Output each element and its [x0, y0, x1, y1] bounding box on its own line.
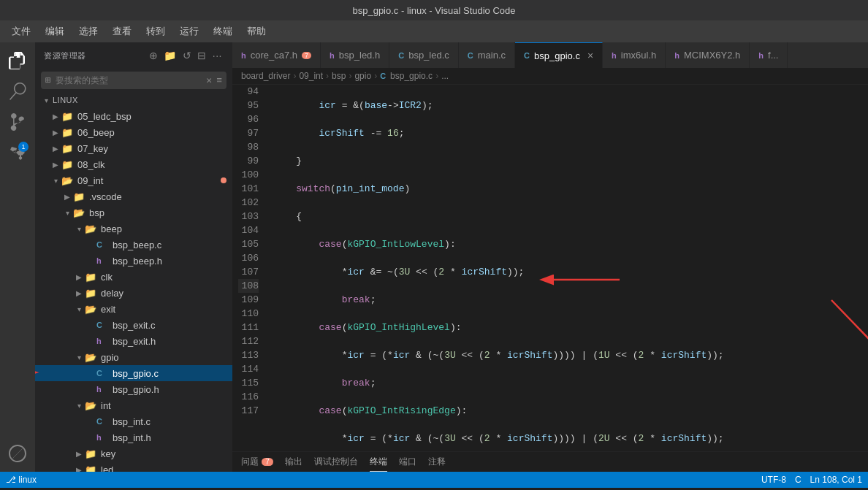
status-branch[interactable]: ⎇ linux [6, 475, 37, 485]
tree-label: bsp_gpio.c [113, 368, 232, 379]
code-line: } [273, 154, 868, 168]
tab-bsp_led_c[interactable]: C bsp_led.c [389, 42, 459, 68]
menu-run[interactable]: 运行 [174, 22, 205, 41]
arrow-icon: ▶ [73, 450, 85, 458]
extensions-icon[interactable] [5, 140, 30, 165]
tree-item-exit[interactable]: ▾ 📂 exit [35, 301, 232, 317]
arrow-icon: ▶ [50, 145, 61, 153]
panel-tab-port[interactable]: 端口 [399, 453, 416, 471]
ellipsis-icon[interactable]: ··· [211, 48, 224, 63]
tab-imx6ul_h[interactable]: h imx6ul.h [603, 42, 666, 68]
code-line: case(kGPIO_IntHighLevel): [273, 321, 868, 334]
status-position[interactable]: Ln 108, Col 1 [810, 475, 862, 485]
search-box-icon: ⊞ [45, 74, 51, 86]
tree-item-bsp_beep_h[interactable]: ▶ h bsp_beep.h [35, 253, 232, 269]
source-control-icon[interactable] [5, 110, 30, 134]
tree-item-09_int[interactable]: ▾ 📂 09_int [35, 172, 232, 188]
breadcrumb-more[interactable]: ... [441, 71, 449, 81]
tree-item-clk[interactable]: ▶ 📁 clk [35, 269, 232, 285]
remote-icon[interactable] [5, 441, 30, 466]
menu-goto[interactable]: 转到 [140, 22, 171, 41]
tree-item-bsp_int_c[interactable]: ▶ C bsp_int.c [35, 413, 232, 429]
arrow-icon: ▾ [73, 353, 85, 361]
tree-item-07_key[interactable]: ▶ 📁 07_key [35, 140, 232, 156]
tree-item-int[interactable]: ▾ 📂 int [35, 397, 232, 413]
line-num: 107 [238, 265, 259, 279]
tree-item-bsp_int_h[interactable]: ▶ h bsp_int.h [35, 429, 232, 445]
tree-item-bsp_beep_c[interactable]: ▶ C bsp_beep.c [35, 237, 232, 253]
new-file-icon[interactable]: ⊕ [148, 48, 160, 63]
tab-icon: C [468, 51, 473, 60]
tab-icon: C [524, 51, 530, 60]
breadcrumb-gpio[interactable]: gpio [354, 71, 371, 81]
collapse-icon[interactable]: ⊟ [196, 48, 208, 63]
folder-icon: 📁 [61, 143, 75, 154]
menu-terminal[interactable]: 终端 [208, 22, 238, 41]
line-num: 110 [238, 307, 259, 321]
menu-view[interactable]: 查看 [107, 22, 137, 41]
tree-item-beep[interactable]: ▾ 📂 beep [35, 221, 232, 237]
tab-label: core_ca7.h [251, 50, 297, 61]
sidebar-header: 资源管理器 ⊕ 📁 ↺ ⊟ ··· [35, 42, 232, 69]
tree-item-key[interactable]: ▶ 📁 key [35, 445, 232, 462]
arrow-icon: ▾ [73, 402, 85, 410]
tab-core_ca7_h[interactable]: h core_ca7.h 7 [232, 42, 321, 68]
menu-edit[interactable]: 编辑 [39, 22, 70, 41]
status-encoding[interactable]: UTF-8 [761, 475, 786, 485]
breadcrumb-bsp_gpio_c[interactable]: bsp_gpio.c [390, 71, 433, 81]
tree-item-bsp_exit_h[interactable]: ▶ h bsp_exit.h [35, 333, 232, 349]
explorer-icon[interactable] [5, 48, 30, 73]
tree-item-05_ledc_bsp[interactable]: ▶ 📁 05_ledc_bsp [35, 108, 232, 124]
panel-tab-debug[interactable]: 调试控制台 [314, 453, 358, 471]
panel-tab-comments[interactable]: 注释 [428, 453, 446, 471]
h-file-icon: h [96, 385, 110, 394]
code-line: break; [273, 376, 868, 390]
menu-help[interactable]: 帮助 [241, 22, 272, 41]
menu-select[interactable]: 选择 [73, 22, 104, 41]
search-activity-icon[interactable] [5, 79, 30, 104]
search-clear-icon[interactable]: ✕ [206, 74, 212, 86]
code-editor[interactable]: 94 95 96 97 98 99 100 101 102 103 104 10… [232, 85, 868, 451]
tab-mcimx6y2_h[interactable]: h MCIMX6Y2.h [666, 42, 750, 68]
h-file-icon: h [96, 256, 110, 265]
panel-tab-label: 调试控制台 [314, 456, 358, 468]
tree-item-bsp[interactable]: ▾ 📂 bsp [35, 204, 232, 221]
tree-item-bsp_exit_c[interactable]: ▶ C bsp_exit.c [35, 317, 232, 333]
arrow-icon: ▶ [50, 112, 61, 120]
tree-label: delay [101, 288, 232, 299]
tab-bsp_gpio_c[interactable]: C bsp_gpio.c × [515, 42, 603, 68]
new-folder-icon[interactable]: 📁 [162, 48, 178, 63]
panel-tab-output[interactable]: 输出 [285, 453, 302, 471]
panel-tab-problems[interactable]: 问题 7 [241, 453, 273, 471]
breadcrumb-09_int[interactable]: 09_int [299, 71, 323, 81]
tree-label: 05_ledc_bsp [77, 111, 232, 122]
tree-item-06_beep[interactable]: ▶ 📁 06_beep [35, 124, 232, 140]
status-language[interactable]: C [795, 475, 802, 485]
code-lines: icr = &(base->ICR2); icrShift -= 16; } s… [267, 85, 868, 451]
tree-item-vscode[interactable]: ▶ 📁 .vscode [35, 188, 232, 204]
tree-item-delay[interactable]: ▶ 📁 delay [35, 285, 232, 301]
tree-root-linux[interactable]: ▾ LINUX [35, 92, 232, 108]
sep: › [435, 71, 438, 81]
tree-item-gpio[interactable]: ▾ 📂 gpio [35, 349, 232, 365]
menu-file[interactable]: 文件 [6, 22, 37, 41]
tree-item-bsp_gpio_h[interactable]: ▶ h bsp_gpio.h [35, 381, 232, 397]
breadcrumb-bsp[interactable]: bsp [332, 71, 346, 81]
breadcrumb-board_driver[interactable]: board_driver [241, 71, 290, 81]
tree-label: int [101, 400, 232, 411]
search-filter-icon[interactable]: ≡ [216, 75, 222, 86]
search-input[interactable] [56, 75, 202, 85]
tree-item-bsp_gpio_c[interactable]: ▶ C bsp_gpio.c [35, 365, 232, 381]
sep: › [349, 71, 351, 81]
tab-close-icon[interactable]: × [587, 50, 593, 61]
tree-item-08_clk[interactable]: ▶ 📁 08_clk [35, 156, 232, 172]
tree-item-led[interactable]: ▶ 📁 led [35, 462, 232, 472]
tree-label: exit [101, 304, 232, 315]
panel-tab-terminal[interactable]: 终端 [370, 453, 387, 472]
tab-fs[interactable]: h f... [750, 42, 788, 68]
tab-icon: h [674, 51, 679, 60]
refresh-icon[interactable]: ↺ [181, 48, 194, 63]
tab-bsp_led_h[interactable]: h bsp_led.h [321, 42, 389, 68]
line-num: 108 [238, 279, 259, 293]
tab-main_c[interactable]: C main.c [459, 42, 515, 68]
